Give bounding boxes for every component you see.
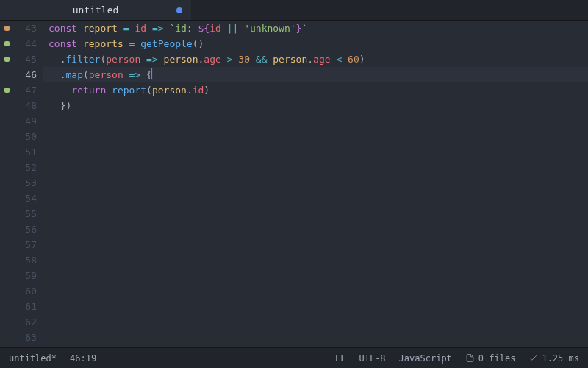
status-language[interactable]: JavaScript [399,353,452,364]
line-number[interactable]: 57 [13,237,37,252]
marker-slot [0,299,13,314]
marker-slot [0,144,13,160]
tab-title: untitled [73,4,119,15]
code-line[interactable] [43,330,588,345]
code-line[interactable] [43,222,588,237]
status-files-text: 0 files [478,353,516,364]
line-number[interactable]: 56 [13,222,37,237]
line-number[interactable]: 59 [13,268,37,283]
marker-column [0,21,13,347]
marker-slot [0,268,13,283]
line-number[interactable]: 46 [13,67,37,82]
code-line[interactable]: }) [43,98,588,113]
code-line[interactable]: .map(person => { [43,67,588,82]
line-number[interactable]: 60 [13,283,37,299]
line-number[interactable]: 50 [13,129,37,144]
check-icon [528,353,538,363]
line-number[interactable]: 51 [13,144,37,160]
code-line[interactable] [43,191,588,206]
modified-dot-icon [176,7,182,13]
marker-slot [0,52,13,67]
line-number[interactable]: 45 [13,52,37,67]
code-line[interactable]: const reports = getPeople() [43,36,588,52]
code-line[interactable] [43,299,588,314]
code-area[interactable]: const report = id => `id: ${id || 'unkno… [43,21,588,347]
marker-slot [0,283,13,299]
tab-bar: untitled [0,0,588,21]
git-marker-icon [4,57,10,62]
marker-slot [0,82,13,98]
code-line[interactable]: .filter(person => person.age > 30 && per… [43,52,588,67]
file-icon [465,353,475,363]
marker-slot [0,206,13,222]
code-line[interactable] [43,283,588,299]
status-timing-text: 1.25 ms [542,353,579,364]
marker-slot [0,36,13,52]
marker-slot [0,21,13,36]
status-encoding[interactable]: UTF-8 [359,353,385,364]
line-number[interactable]: 44 [13,36,37,52]
line-number[interactable]: 54 [13,191,37,206]
line-number[interactable]: 47 [13,82,37,98]
line-number[interactable]: 58 [13,252,37,268]
tab-untitled[interactable]: untitled [0,0,191,20]
git-marker-icon [4,26,10,31]
line-number[interactable]: 43 [13,21,37,36]
line-number[interactable]: 48 [13,98,37,113]
line-number[interactable]: 52 [13,160,37,175]
code-line[interactable] [43,144,588,160]
code-line[interactable]: const report = id => `id: ${id || 'unkno… [43,21,588,36]
line-number-gutter[interactable]: 4344454647484950515253545556575859606162… [13,21,43,347]
marker-slot [0,314,13,330]
status-filename[interactable]: untitled* [9,353,57,364]
line-number[interactable]: 62 [13,314,37,330]
status-eol[interactable]: LF [335,353,345,364]
status-files[interactable]: 0 files [465,353,516,364]
code-line[interactable] [43,129,588,144]
line-number[interactable]: 49 [13,113,37,129]
code-line[interactable] [43,206,588,222]
marker-slot [0,160,13,175]
marker-slot [0,222,13,237]
marker-slot [0,98,13,113]
status-bar: untitled* 46:19 LF UTF-8 JavaScript 0 fi… [0,347,588,368]
code-line[interactable] [43,113,588,129]
code-line[interactable] [43,237,588,252]
code-line[interactable] [43,252,588,268]
line-number[interactable]: 63 [13,330,37,345]
marker-slot [0,113,13,129]
code-line[interactable] [43,314,588,330]
git-marker-icon [4,41,10,46]
line-number[interactable]: 61 [13,299,37,314]
status-timing[interactable]: 1.25 ms [528,353,579,364]
code-line[interactable] [43,160,588,175]
marker-slot [0,175,13,191]
line-number[interactable]: 53 [13,175,37,191]
editor: 4344454647484950515253545556575859606162… [0,21,588,347]
code-line[interactable] [43,175,588,191]
status-cursor-pos[interactable]: 46:19 [70,353,96,364]
code-line[interactable]: return report(person.id) [43,82,588,98]
marker-slot [0,67,13,82]
line-number[interactable]: 55 [13,206,37,222]
text-cursor [151,68,152,79]
marker-slot [0,252,13,268]
marker-slot [0,237,13,252]
marker-slot [0,330,13,345]
marker-slot [0,129,13,144]
code-line[interactable] [43,268,588,283]
git-marker-icon [4,88,10,93]
marker-slot [0,191,13,206]
